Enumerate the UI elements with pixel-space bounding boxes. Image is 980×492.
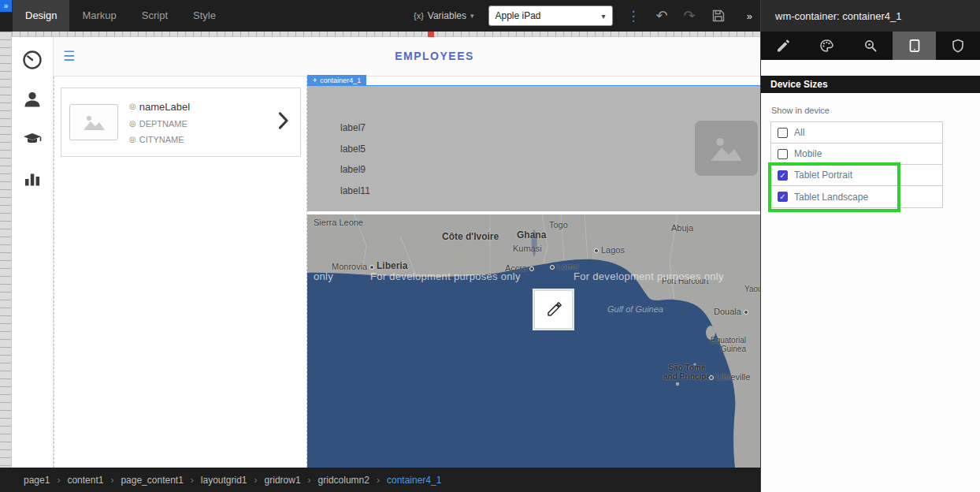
label-widget[interactable]: label11: [340, 185, 370, 196]
breadcrumb-item-active[interactable]: container4_1: [387, 475, 441, 486]
ruler-marker[interactable]: [428, 32, 434, 37]
tab-style[interactable]: Style: [180, 0, 228, 32]
hamburger-menu-icon[interactable]: ☰: [63, 49, 77, 65]
checkbox-all[interactable]: [778, 128, 788, 138]
map-label: São Tomé and Príncipe: [663, 363, 711, 381]
device-options-list: All Mobile ✓ Tablet Portrait ✓ Tablet La…: [770, 121, 943, 208]
tab-properties-pencil-icon[interactable]: [761, 32, 805, 60]
device-select-value: Apple iPad: [496, 10, 541, 21]
redo-icon[interactable]: ↷: [684, 9, 696, 23]
breadcrumb-item[interactable]: gridcolumn2: [318, 475, 387, 486]
breadcrumb-item[interactable]: page_content1: [121, 475, 200, 486]
collapse-panel-icon[interactable]: »: [747, 10, 752, 22]
expand-left-dock-icon[interactable]: »: [0, 0, 12, 12]
properties-panel: wm-container: container4_1 Device Sizes …: [760, 0, 980, 492]
chevron-down-icon: ▾: [470, 12, 474, 20]
list-item-name: nameLabel: [139, 101, 190, 113]
breadcrumb-item[interactable]: gridrow1: [265, 475, 318, 486]
picture-placeholder-icon[interactable]: [695, 121, 758, 176]
mode-tabs: Design Markup Script Style: [13, 0, 228, 32]
device-option-label: All: [794, 127, 804, 138]
graduation-cap-icon[interactable]: [22, 129, 43, 149]
map-label: Monrovia: [332, 262, 374, 271]
list-item-dept-row[interactable]: ◎ DEPTNAME: [129, 119, 190, 129]
list-item-dept: DEPTNAME: [139, 119, 187, 129]
map-label: Yaou: [744, 285, 760, 293]
breadcrumb-item[interactable]: layoutgrid1: [201, 475, 265, 486]
top-toolbar: » Design Markup Script Style {x} Variabl…: [0, 0, 760, 32]
list-item-city-row[interactable]: ◎ CITYNAME: [129, 135, 190, 144]
selected-widget-title: wm-container: container4_1: [775, 10, 901, 22]
breadcrumb: page1 content1 page_content1 layoutgrid1…: [0, 468, 760, 492]
map-label: Abuja: [671, 223, 693, 233]
user-icon[interactable]: [22, 89, 43, 110]
horizontal-ruler: [12, 32, 760, 37]
dashboard-gauge-icon[interactable]: [22, 50, 43, 70]
device-option-tablet-landscape[interactable]: ✓ Tablet Landscape: [771, 186, 942, 207]
tab-script[interactable]: Script: [129, 0, 180, 32]
device-option-label: Mobile: [794, 148, 822, 159]
undo-icon[interactable]: ↶: [656, 9, 668, 23]
checkbox-tablet-landscape[interactable]: ✓: [778, 192, 788, 202]
container-widget[interactable]: label7 label5 label9 label11: [307, 85, 760, 211]
widget-sidebar: [12, 37, 54, 468]
canvas-page-header: ☰ EMPLOYEES: [54, 37, 760, 76]
panel-tabs: [761, 32, 980, 60]
variables-menu[interactable]: {x} Variables ▾: [414, 10, 474, 21]
bind-target-icon: ◎: [129, 136, 136, 144]
label-widget[interactable]: label9: [340, 164, 366, 175]
device-option-tablet-portrait[interactable]: ✓ Tablet Portrait: [771, 165, 942, 186]
bind-target-icon: ◎: [129, 102, 136, 110]
chevron-right-icon[interactable]: [278, 111, 289, 133]
map-edit-button[interactable]: [534, 290, 573, 329]
breadcrumb-item[interactable]: page1: [24, 475, 67, 486]
tab-design[interactable]: Design: [13, 0, 69, 32]
panel-title: wm-container: container4_1: [761, 0, 980, 32]
plus-icon: +: [313, 76, 317, 84]
tab-markup[interactable]: Markup: [69, 0, 128, 32]
list-item[interactable]: ◎ nameLabel ◎ DEPTNAME ◎ CITYNAME: [61, 88, 301, 157]
variables-label: Variables: [428, 10, 466, 21]
device-option-mobile[interactable]: Mobile: [771, 144, 942, 165]
canvas-right-column: + container4_1 label7 label5 label9 labe…: [307, 76, 760, 468]
map-watermark: For development purposes only: [370, 270, 521, 282]
selected-widget-tag[interactable]: + container4_1: [307, 75, 366, 86]
list-item-texts: ◎ nameLabel ◎ DEPTNAME ◎ CITYNAME: [129, 101, 190, 144]
device-sizes-title: Device Sizes: [770, 79, 828, 90]
map-label: Togo: [549, 220, 568, 229]
device-option-label: Tablet Portrait: [794, 170, 852, 181]
tab-styles-palette-icon[interactable]: [805, 32, 849, 60]
map-label: Sierra Leone: [314, 218, 363, 227]
canvas-left-column[interactable]: ◎ nameLabel ◎ DEPTNAME ◎ CITYNAME: [54, 76, 307, 468]
label-widget[interactable]: label7: [340, 122, 366, 133]
map-label: Douala: [714, 307, 748, 316]
list-item-city: CITYNAME: [139, 135, 184, 144]
tab-search-magnifier-icon[interactable]: [848, 32, 893, 60]
image-placeholder-icon: [69, 104, 118, 140]
page-title[interactable]: EMPLOYEES: [109, 50, 760, 62]
label-widget[interactable]: label5: [340, 144, 366, 155]
device-option-all[interactable]: All: [771, 122, 942, 144]
device-sizes-section-header: Device Sizes: [761, 76, 980, 93]
show-in-device-label: Show in device: [771, 106, 830, 115]
map-label: Ghana: [517, 229, 546, 240]
device-preview-select[interactable]: Apple iPad ▾: [488, 6, 613, 26]
breadcrumb-item[interactable]: content1: [67, 475, 121, 486]
tab-security-shield-icon[interactable]: [936, 32, 980, 60]
device-option-label: Tablet Landscape: [794, 192, 868, 203]
checkbox-tablet-portrait[interactable]: ✓: [778, 170, 788, 181]
map-label: Libreville: [709, 372, 750, 382]
studio-app: » Design Markup Script Style {x} Variabl…: [0, 0, 980, 492]
selected-widget-tag-label: container4_1: [320, 76, 361, 84]
map-label: Equatorial Guinea: [697, 336, 746, 353]
more-options-icon[interactable]: ⋮: [627, 8, 640, 24]
save-icon[interactable]: [711, 9, 726, 23]
variables-icon: {x}: [414, 11, 424, 20]
list-item-name-row[interactable]: ◎ nameLabel: [129, 101, 190, 113]
checkbox-mobile[interactable]: [778, 149, 788, 159]
bind-target-icon: ◎: [129, 120, 136, 128]
map-label: Kumasi: [513, 244, 542, 253]
tab-device-sizes-tablet-icon[interactable]: [893, 32, 937, 60]
bar-chart-icon[interactable]: [22, 168, 43, 188]
map-widget[interactable]: Sierra Leone Côte d'Ivoire Ghana Togo Ku…: [307, 214, 760, 468]
